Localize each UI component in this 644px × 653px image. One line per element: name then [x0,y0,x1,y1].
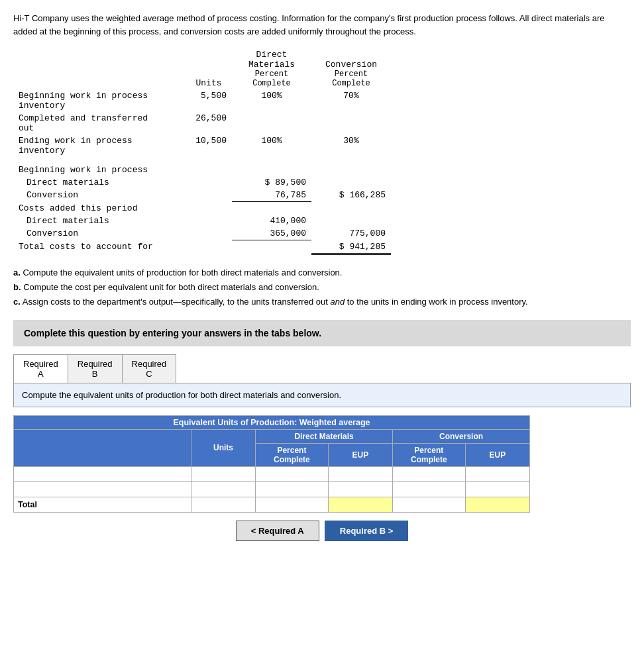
equiv-row-1-dm-eup[interactable] [328,466,392,481]
intro-paragraph: Hi-T Company uses the weighted average m… [13,12,631,38]
equiv-row-1-conv-pct[interactable] [393,466,466,481]
table-row: Conversion 76,785 $ 166,285 [13,189,391,202]
equiv-row-2-conv-pct[interactable] [393,481,466,497]
tab-instruction: Compute the equivalent units of producti… [22,390,622,400]
table-row: Ending work in processinventory 10,500 1… [13,134,391,157]
complete-instruction-text: Complete this question by entering your … [24,328,321,338]
equiv-units-table: Equivalent Units of Production: Weighted… [13,415,530,513]
equiv-table-title: Equivalent Units of Production: Weighted… [14,415,530,429]
cost-section-header: Costs added this period [13,202,391,215]
table-row: Completed and transferredout 26,500 [13,112,391,134]
cost-section-header: Beginning work in process [13,164,391,176]
equiv-row-1-units[interactable] [191,466,255,481]
equiv-conv-percent-header: PercentComplete [393,443,466,466]
equiv-col-conv-header: Conversion [393,429,530,443]
next-button[interactable]: Required B > [325,521,409,541]
instructions-block: a. Compute the equivalent units of produ… [13,266,631,309]
table-row: Direct materials 410,000 [13,215,391,227]
col-header-conv: Conversion Percent Complete [311,48,391,89]
complete-instruction-box: Complete this question by entering your … [13,320,631,346]
equiv-row-1 [14,466,530,481]
equiv-total-label: Total [14,497,191,512]
main-data-table: Units Direct Materials Percent Complete … [13,48,391,255]
equiv-row-1-dm-pct[interactable] [256,466,329,481]
equiv-col-units: Units [191,429,255,466]
equiv-row-2-label [14,481,191,497]
equiv-row-2-dm-pct[interactable] [256,481,329,497]
tab-required-b[interactable]: RequiredB [68,355,123,383]
equiv-total-dm-eup[interactable] [328,497,392,512]
table-row: Direct materials $ 89,500 [13,176,391,189]
equiv-total-units[interactable] [191,497,255,512]
table-row: Beginning work in processinventory 5,500… [13,89,391,112]
equiv-row-2-conv-eup[interactable] [465,481,529,497]
equiv-total-row: Total [14,497,530,512]
equiv-row-1-label [14,466,191,481]
equiv-row-2-units[interactable] [191,481,255,497]
equiv-total-conv-eup[interactable] [465,497,529,512]
equiv-total-conv-pct[interactable] [393,497,466,512]
total-row: Total costs to account for $ 941,285 [13,240,391,254]
equiv-row-1-conv-eup[interactable] [465,466,529,481]
equiv-dm-eup-header: EUP [328,443,392,466]
equiv-table-container: Equivalent Units of Production: Weighted… [13,415,631,513]
equiv-conv-eup-header: EUP [465,443,529,466]
tab-required-a[interactable]: RequiredA [14,355,68,383]
table-row: Conversion 365,000 775,000 [13,227,391,240]
tab-required-c[interactable]: RequiredC [123,355,176,383]
prev-button[interactable]: < Required A [236,521,319,541]
tab-content: Compute the equivalent units of producti… [13,383,631,407]
col-header-units: Units [186,48,232,89]
nav-buttons: < Required A Required B > [13,521,631,541]
equiv-row-2-dm-eup[interactable] [328,481,392,497]
equiv-row-2 [14,481,530,497]
equiv-total-dm-pct[interactable] [256,497,329,512]
equiv-col-dm-header: Direct Materials [256,429,393,443]
col-header-dm: Direct Materials Percent Complete [232,48,311,89]
equiv-col-label [14,429,191,466]
tabs-container: RequiredA RequiredB RequiredC [13,354,176,383]
equiv-dm-percent-header: PercentComplete [256,443,329,466]
